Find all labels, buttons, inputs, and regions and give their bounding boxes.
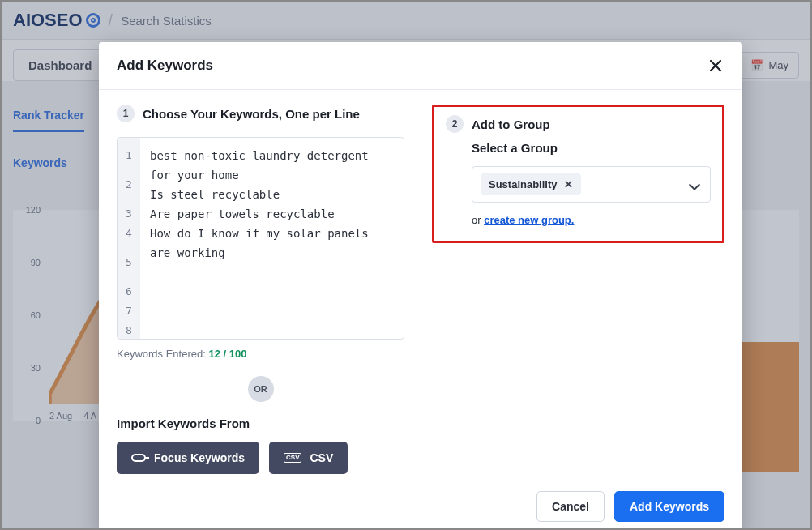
step-number-2: 2 bbox=[446, 115, 464, 133]
close-button[interactable] bbox=[707, 57, 724, 75]
key-icon bbox=[131, 454, 146, 462]
modal-body: 1 Choose Your Keywords, One per Line 1 2… bbox=[99, 90, 742, 481]
step-1-column: 1 Choose Your Keywords, One per Line 1 2… bbox=[99, 105, 421, 481]
csv-label: CSV bbox=[310, 451, 333, 464]
import-heading: Import Keywords From bbox=[117, 417, 404, 430]
modal-header: Add Keywords bbox=[99, 42, 742, 90]
close-icon bbox=[709, 59, 722, 72]
step-2-header: 2 Add to Group bbox=[446, 115, 711, 133]
or-text: or bbox=[472, 214, 484, 226]
line-number: 8 bbox=[118, 321, 140, 340]
csv-icon: CSV bbox=[284, 453, 301, 463]
chevron-down-icon bbox=[689, 178, 700, 190]
line-gutter: 1 2 3 4 5 6 7 8 bbox=[118, 138, 140, 339]
line-number: 3 bbox=[118, 204, 140, 224]
create-new-group-link[interactable]: create new group. bbox=[484, 214, 574, 226]
modal-title: Add Keywords bbox=[117, 58, 213, 74]
line-number: 2 bbox=[118, 165, 140, 204]
cancel-button[interactable]: Cancel bbox=[536, 491, 605, 522]
selected-group-chip: Sustainability ✕ bbox=[481, 173, 581, 195]
group-select-dropdown[interactable]: Sustainability ✕ bbox=[472, 166, 711, 203]
step-number-1: 1 bbox=[117, 105, 135, 122]
or-create-row: or create new group. bbox=[472, 214, 711, 226]
csv-button[interactable]: CSV CSV bbox=[269, 442, 348, 474]
line-number: 5 bbox=[118, 243, 140, 282]
or-badge: OR bbox=[248, 376, 274, 402]
step-2-title: Add to Group bbox=[472, 118, 550, 131]
focus-keywords-label: Focus Keywords bbox=[154, 451, 245, 464]
counter-label: Keywords Entered: bbox=[117, 348, 208, 360]
or-separator: OR bbox=[117, 376, 404, 402]
chip-remove-icon[interactable]: ✕ bbox=[564, 178, 573, 190]
counter-value: 12 / 100 bbox=[208, 348, 246, 360]
chip-label: Sustainability bbox=[489, 178, 558, 190]
import-buttons: Focus Keywords CSV CSV bbox=[117, 442, 404, 474]
line-number: 4 bbox=[118, 224, 140, 243]
add-keywords-button[interactable]: Add Keywords bbox=[614, 491, 724, 522]
step-2-highlight-box: 2 Add to Group Select a Group Sustainabi… bbox=[432, 105, 724, 243]
step-1-title: Choose Your Keywords, One per Line bbox=[143, 107, 360, 121]
keywords-editor[interactable]: 1 2 3 4 5 6 7 8 best non-toxic laundry d… bbox=[117, 137, 404, 340]
step-2-column: 2 Add to Group Select a Group Sustainabi… bbox=[421, 105, 742, 481]
modal-footer: Cancel Add Keywords bbox=[99, 481, 742, 530]
step-1-header: 1 Choose Your Keywords, One per Line bbox=[117, 105, 404, 122]
line-number: 1 bbox=[118, 146, 140, 165]
line-number: 6 bbox=[118, 282, 140, 301]
focus-keywords-button[interactable]: Focus Keywords bbox=[117, 442, 259, 474]
line-number: 7 bbox=[118, 301, 140, 321]
add-keywords-modal: Add Keywords 1 Choose Your Keywords, One… bbox=[99, 42, 742, 530]
select-group-heading: Select a Group bbox=[472, 141, 711, 155]
keywords-counter: Keywords Entered: 12 / 100 bbox=[117, 348, 404, 360]
keywords-textarea[interactable]: best non-toxic laundry detergent for you… bbox=[140, 138, 404, 339]
